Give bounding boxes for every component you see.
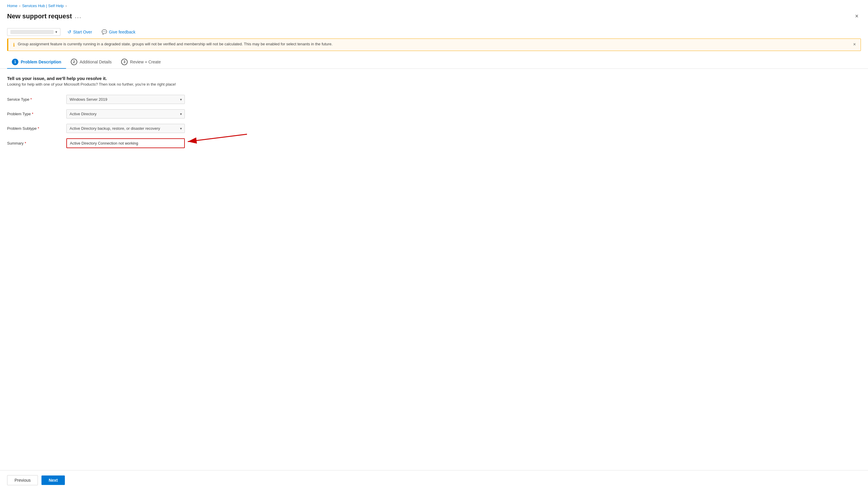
summary-control (66, 139, 185, 148)
tab-label-2: Additional Details (80, 60, 112, 64)
form-subheading: Looking for help with one of your Micros… (7, 82, 861, 87)
problem-type-select[interactable]: Active Directory (66, 109, 185, 119)
problem-subtype-label: Problem Subtype * (7, 126, 66, 131)
service-type-control: Windows Server 2019 ▾ (66, 95, 185, 104)
required-star-4: * (25, 141, 26, 146)
problem-type-control: Active Directory ▾ (66, 109, 185, 119)
problem-subtype-select[interactable]: Active Directory backup, restore, or dis… (66, 124, 185, 133)
tab-review-create[interactable]: 3 Review + Create (116, 56, 165, 69)
tab-additional-details[interactable]: 2 Additional Details (66, 56, 116, 69)
tabs: 1 Problem Description 2 Additional Detai… (0, 56, 868, 69)
refresh-icon: ↺ (67, 29, 71, 35)
tenant-dropdown[interactable]: ▾ (7, 28, 60, 36)
tab-num-3: 3 (121, 59, 128, 65)
summary-label: Summary * (7, 141, 66, 146)
breadcrumb-sep-2: › (65, 4, 67, 8)
required-star-2: * (32, 112, 33, 116)
service-type-row: Service Type * Windows Server 2019 ▾ (7, 95, 861, 104)
service-type-select[interactable]: Windows Server 2019 (66, 95, 185, 104)
tab-num-1: 1 (12, 59, 18, 65)
problem-subtype-row: Problem Subtype * Active Directory backu… (7, 124, 861, 133)
tab-num-2: 2 (71, 59, 77, 65)
breadcrumb-sep-1: › (19, 4, 21, 8)
form-heading: Tell us your issue, and we'll help you r… (7, 76, 861, 81)
previous-button[interactable]: Previous (7, 475, 38, 485)
breadcrumb-services-hub[interactable]: Services Hub | Self Help (22, 4, 64, 8)
alert-close-button[interactable]: × (853, 42, 856, 47)
breadcrumb: Home › Services Hub | Self Help › (0, 0, 868, 10)
more-options-icon[interactable]: ... (75, 13, 82, 20)
required-star-3: * (38, 126, 39, 131)
summary-row: Summary * (7, 139, 861, 148)
alert-message: Group assignment feature is currently ru… (18, 42, 333, 46)
page-title: New support request (7, 12, 72, 20)
summary-input[interactable] (66, 139, 185, 148)
problem-type-row: Problem Type * Active Directory ▾ (7, 109, 861, 119)
start-over-button[interactable]: ↺ Start Over (65, 28, 94, 36)
close-button[interactable]: × (852, 11, 861, 21)
required-star: * (31, 97, 32, 102)
warning-icon: ℹ (13, 42, 15, 48)
service-type-label: Service Type * (7, 97, 66, 102)
page-footer: Previous Next (0, 470, 868, 490)
tab-problem-description[interactable]: 1 Problem Description (7, 56, 66, 69)
main-content: Tell us your issue, and we'll help you r… (0, 76, 868, 148)
svg-line-1 (188, 134, 247, 142)
tab-label-3: Review + Create (130, 60, 161, 64)
give-feedback-button[interactable]: 💬 Give feedback (99, 28, 138, 36)
tenant-name-placeholder (10, 30, 54, 34)
breadcrumb-home[interactable]: Home (7, 4, 18, 8)
page-header: New support request ... × (0, 10, 868, 26)
tab-label-1: Problem Description (21, 60, 61, 64)
next-button[interactable]: Next (41, 476, 65, 485)
red-arrow-annotation (185, 133, 250, 151)
alert-banner: ℹ Group assignment feature is currently … (7, 38, 861, 51)
problem-subtype-control: Active Directory backup, restore, or dis… (66, 124, 185, 133)
toolbar: ▾ ↺ Start Over 💬 Give feedback (0, 26, 868, 38)
chevron-down-icon: ▾ (55, 30, 57, 34)
problem-type-label: Problem Type * (7, 112, 66, 116)
feedback-icon: 💬 (101, 29, 107, 35)
